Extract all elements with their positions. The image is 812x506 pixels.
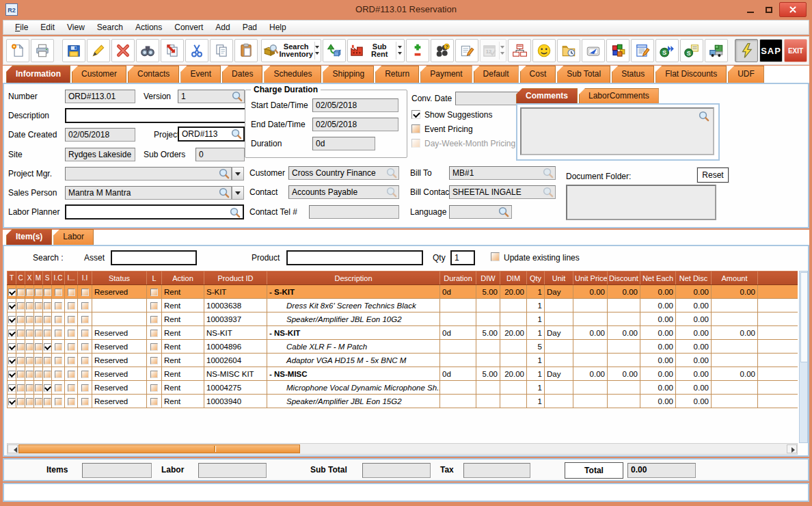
line-row-6[interactable]: ReservedRent10002604Adaptor VGA HD15 M -… [8,354,798,367]
row-checkbox[interactable] [26,330,33,337]
note-edit-button[interactable] [631,39,654,62]
line-row-4[interactable]: ReservedRentNS-KIT- NS-KIT0d5.0020.001Da… [8,326,798,340]
tab-event[interactable]: Event [180,66,221,83]
new-document-button[interactable] [6,39,29,62]
cell-action[interactable]: Rent [162,395,204,408]
copy-order-button[interactable] [161,39,184,62]
scroll-right-button[interactable] [787,444,797,453]
row-checkbox[interactable] [17,398,25,405]
column-header-blank[interactable] [758,271,798,285]
row-checkbox[interactable] [44,384,51,392]
bill-contact-field[interactable]: SHEETAL INGALE [449,185,556,199]
customer-field[interactable]: Cross Country Finance [288,166,399,180]
row-checkbox[interactable] [55,384,62,392]
column-header-net-disc[interactable]: Net Disc [676,271,712,285]
menu-edit[interactable]: Edit [34,21,61,34]
column-header-x[interactable]: X [25,271,34,285]
column-header-amount[interactable]: Amount [712,271,758,285]
delete-button[interactable] [111,39,135,62]
cell-action[interactable]: Rent [162,354,204,367]
tab-contacts[interactable]: Contacts [128,66,179,83]
menu-view[interactable]: View [61,21,91,34]
row-checkbox[interactable] [55,302,62,310]
menu-file[interactable]: File [9,21,34,34]
project-mgr-field[interactable] [65,167,232,181]
l-checkbox[interactable] [150,384,158,392]
column-header-status[interactable]: Status [92,271,147,285]
event-pricing-checkbox[interactable] [411,124,420,133]
project-search-icon[interactable] [230,128,242,139]
sub-rent-button[interactable]: Sub Rent [347,39,405,62]
customer-search-icon[interactable] [385,167,397,178]
tab-sub-total[interactable]: Sub Total [557,66,610,83]
row-checkbox[interactable] [55,316,62,323]
l-checkbox[interactable] [150,357,158,364]
row-checkbox[interactable] [26,357,33,364]
row-checkbox[interactable] [44,316,51,323]
line-row-8[interactable]: ReservedRent10004275Microphone Vocal Dyn… [8,381,798,395]
row-checkbox[interactable] [17,302,25,310]
row-checkbox[interactable] [8,289,16,296]
contact-search-icon[interactable] [385,186,397,198]
row-checkbox[interactable] [26,343,33,351]
tab-cost[interactable]: Cost [520,66,556,83]
show-suggestions-checkbox[interactable] [411,110,420,119]
row-checkbox[interactable] [55,357,62,364]
row-checkbox[interactable] [55,330,62,337]
maximize-button[interactable] [761,3,777,16]
l-checkbox[interactable] [150,343,158,351]
column-header-l[interactable]: L [147,271,162,285]
row-checkbox[interactable] [8,357,16,364]
l-checkbox[interactable] [150,289,158,296]
vertical-scrollbar[interactable] [799,271,808,443]
row-checkbox[interactable] [55,371,62,378]
horizontal-scroll-thumb[interactable] [18,444,300,453]
update-existing-lines-checkbox[interactable] [491,252,500,261]
row-checkbox[interactable] [26,289,33,296]
close-button[interactable] [779,2,807,17]
row-checkbox[interactable] [44,302,51,310]
print-button[interactable] [31,39,54,62]
tab-schedules[interactable]: Schedules [264,66,321,83]
cell-action[interactable]: Rent [162,299,204,312]
column-header-t[interactable]: T [8,271,16,285]
menu-actions[interactable]: Actions [129,21,168,34]
day-week-month-pricing-checkbox[interactable] [411,139,420,148]
sales-person-field[interactable]: Mantra M Mantra [65,186,232,200]
column-header-c[interactable]: C [16,271,25,285]
row-checkbox[interactable] [44,343,51,351]
row-checkbox[interactable] [81,371,89,378]
tab-default[interactable]: Default [474,66,519,83]
project-mgr-search-icon[interactable] [218,168,230,179]
vertical-scroll-thumb[interactable] [800,272,808,362]
row-checkbox[interactable] [17,371,25,378]
column-header-discount[interactable]: Discount [608,271,640,285]
convert-shapes-button[interactable] [323,39,346,62]
sales-person-search-icon[interactable] [218,187,230,198]
row-checkbox[interactable] [8,384,16,392]
row-checkbox[interactable] [8,343,16,351]
product-input[interactable] [286,250,423,265]
contact-field[interactable]: Accounts Payable [288,185,399,199]
cell-action[interactable]: Rent [162,326,204,340]
items-tab-labor[interactable]: Labor [53,229,94,245]
column-header-m[interactable]: M [34,271,43,285]
row-checkbox[interactable] [17,316,25,323]
line-row-3[interactable]: Rent10003937Speaker/Amplifier JBL Eon 10… [8,312,798,326]
column-header-description[interactable]: Description [267,271,440,285]
row-checkbox[interactable] [35,343,42,351]
dropdown-arrows-icon[interactable] [396,42,403,59]
menu-help[interactable]: Help [263,21,293,34]
sap-button[interactable]: SAP [759,39,783,62]
row-checkbox[interactable] [26,384,33,392]
items-tab-item-s-[interactable]: Item(s) [6,229,52,245]
row-checkbox[interactable] [26,316,33,323]
row-checkbox[interactable] [8,398,16,405]
lightning-button[interactable] [735,39,758,62]
row-checkbox[interactable] [26,302,33,310]
menu-pad[interactable]: Pad [236,21,263,34]
minimize-button[interactable] [742,3,759,16]
cell-action[interactable]: Rent [162,381,204,395]
row-checkbox[interactable] [35,302,42,310]
row-checkbox[interactable] [35,316,42,323]
